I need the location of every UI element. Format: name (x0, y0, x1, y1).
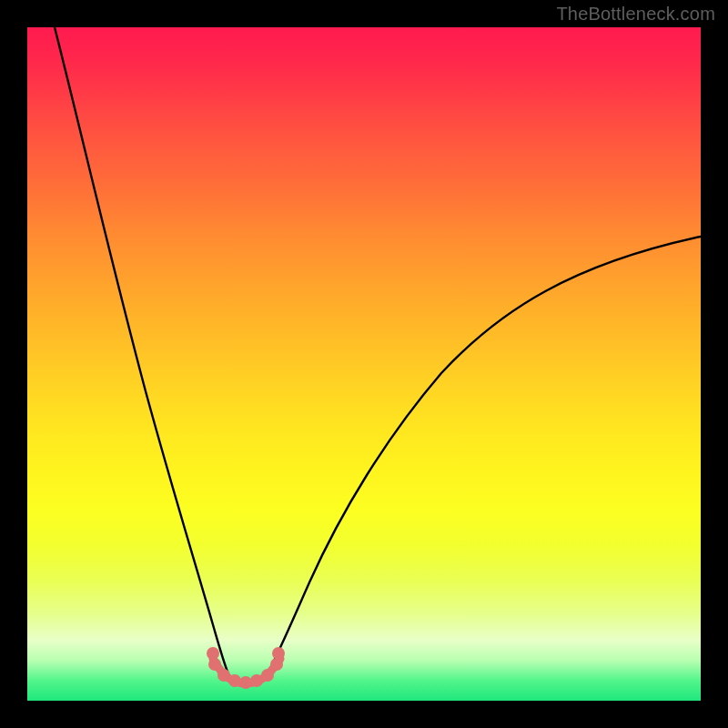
curve-left (55, 27, 228, 672)
trough-markers (207, 647, 285, 689)
attribution-text: TheBottleneck.com (556, 4, 715, 25)
svg-point-1 (208, 658, 221, 671)
svg-point-2 (217, 669, 230, 682)
curve-right (268, 237, 701, 672)
svg-point-8 (272, 647, 285, 660)
curve-layer (27, 27, 701, 701)
svg-point-6 (261, 669, 274, 682)
svg-point-0 (207, 647, 219, 660)
chart-frame: TheBottleneck.com (0, 0, 728, 728)
plot-area (27, 27, 701, 701)
svg-point-7 (270, 658, 283, 671)
svg-point-4 (239, 676, 252, 689)
svg-point-3 (228, 674, 241, 687)
svg-point-5 (250, 674, 263, 687)
